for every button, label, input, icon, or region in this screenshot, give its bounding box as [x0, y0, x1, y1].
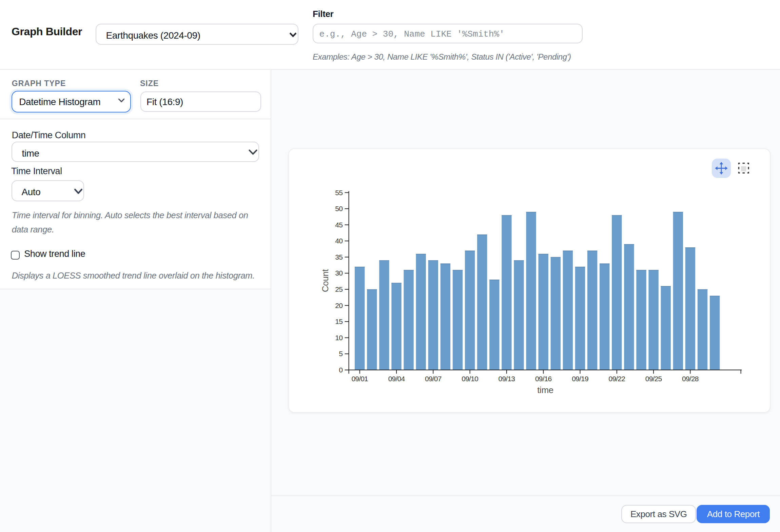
- svg-text:5: 5: [338, 350, 342, 357]
- svg-text:09/01: 09/01: [351, 375, 368, 383]
- svg-text:55: 55: [335, 189, 342, 197]
- svg-text:time: time: [537, 385, 553, 395]
- svg-text:09/19: 09/19: [571, 375, 588, 383]
- svg-text:09/25: 09/25: [645, 375, 662, 383]
- svg-text:20: 20: [335, 302, 342, 309]
- svg-text:09/10: 09/10: [461, 375, 478, 383]
- svg-text:09/13: 09/13: [498, 375, 515, 383]
- svg-text:09/07: 09/07: [425, 375, 441, 383]
- svg-text:15: 15: [335, 318, 342, 325]
- svg-text:40: 40: [335, 237, 342, 245]
- svg-text:45: 45: [335, 221, 342, 229]
- svg-text:09/04: 09/04: [388, 375, 405, 383]
- svg-text:09/22: 09/22: [608, 375, 625, 383]
- svg-text:35: 35: [335, 253, 342, 261]
- svg-text:Count: Count: [320, 269, 330, 292]
- svg-text:09/28: 09/28: [682, 375, 698, 383]
- svg-text:50: 50: [335, 205, 342, 212]
- svg-text:25: 25: [335, 285, 342, 293]
- svg-text:30: 30: [335, 269, 342, 277]
- svg-text:09/16: 09/16: [535, 375, 551, 383]
- svg-text:0: 0: [338, 366, 342, 374]
- svg-text:10: 10: [335, 334, 342, 342]
